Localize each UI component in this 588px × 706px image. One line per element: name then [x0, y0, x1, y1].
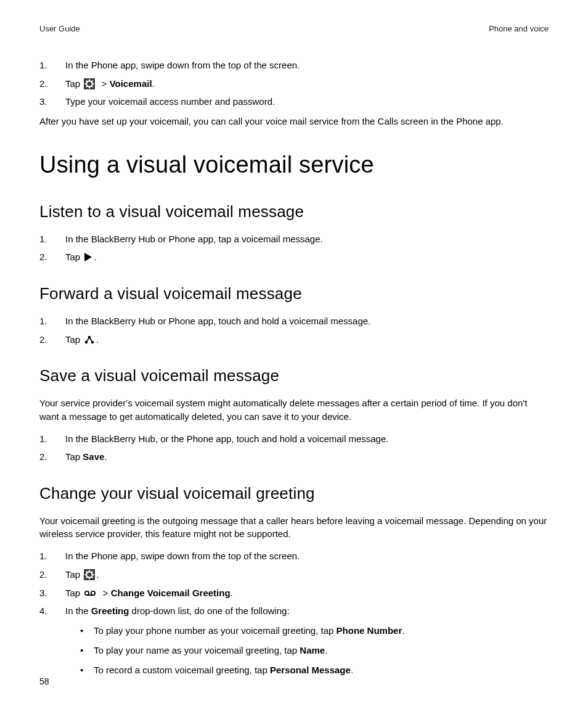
- bullet-item: To play your phone number as your voicem…: [79, 624, 549, 638]
- voicemail-tape-icon: [84, 590, 96, 596]
- change-bullets: To play your phone number as your voicem…: [39, 624, 549, 676]
- step-number: 1.: [39, 432, 65, 446]
- personal-message-label: Personal Message: [270, 665, 351, 675]
- svg-point-23: [85, 591, 89, 594]
- save-label: Save: [83, 451, 104, 462]
- svg-line-21: [92, 572, 93, 573]
- tap-label: Tap: [65, 334, 80, 345]
- svg-line-22: [86, 577, 88, 578]
- tap-label: Tap: [65, 78, 80, 89]
- svg-line-7: [92, 86, 93, 87]
- tap-label: Tap: [65, 569, 80, 580]
- intro-steps: 1. In the Phone app, swipe down from the…: [39, 59, 549, 109]
- header-left: User Guide: [39, 23, 80, 35]
- section-title-save: Save a visual voicemail message: [39, 364, 549, 388]
- voicemail-label: Voicemail: [110, 78, 152, 89]
- step-number: 1.: [39, 232, 65, 246]
- gear-icon: [84, 569, 95, 580]
- step-text: Tap .: [65, 568, 549, 581]
- period: .: [231, 588, 233, 598]
- pre-text: In the: [65, 605, 91, 616]
- name-label: Name: [300, 645, 325, 655]
- list-item: 1. In the BlackBerry Hub or Phone app, t…: [39, 232, 549, 246]
- page-number: 58: [39, 675, 49, 688]
- step-number: 2.: [39, 250, 65, 264]
- list-item: 3. Type your voicemail access number and…: [39, 95, 549, 109]
- list-item: 3. Tap > Change Voicemail Greeting.: [39, 586, 549, 600]
- greeting-label: Greeting: [91, 605, 129, 616]
- list-item: 2. Tap > Voicemail.: [39, 77, 549, 91]
- step-text: Tap .: [65, 333, 549, 347]
- step-text: Tap .: [65, 250, 549, 264]
- share-icon: [84, 335, 94, 344]
- list-item: 2. Tap .: [39, 568, 549, 581]
- step-text: In the BlackBerry Hub or Phone app, tap …: [65, 232, 549, 246]
- gt-sep: >: [103, 588, 108, 598]
- tap-label: Tap: [65, 451, 83, 462]
- period: .: [351, 665, 353, 675]
- page: User Guide Phone and voice 1. In the Pho…: [0, 0, 588, 706]
- period: .: [94, 252, 96, 262]
- step-number: 3.: [39, 586, 65, 600]
- step-text: In the BlackBerry Hub, or the Phone app,…: [65, 432, 549, 446]
- section-title-listen: Listen to a visual voicemail message: [39, 200, 549, 224]
- period: .: [96, 569, 99, 580]
- period: .: [325, 645, 327, 655]
- step-number: 3.: [39, 95, 65, 109]
- list-item: 1. In the Phone app, swipe down from the…: [39, 549, 549, 563]
- gt-sep: >: [102, 78, 107, 89]
- tap-label: Tap: [65, 588, 80, 598]
- svg-line-19: [86, 572, 88, 573]
- list-item: 1. In the Phone app, swipe down from the…: [39, 59, 549, 72]
- forward-steps: 1. In the BlackBerry Hub or Phone app, t…: [39, 314, 549, 347]
- page-title: Using a visual voicemail service: [39, 148, 549, 182]
- save-paragraph: Your service provider's voicemail system…: [39, 396, 549, 424]
- step-text: In the Phone app, swipe down from the to…: [65, 549, 549, 563]
- bullet-pre: To play your phone number as your voicem…: [94, 625, 337, 636]
- list-item: 4. In the Greeting drop-down list, do on…: [39, 604, 549, 618]
- list-item: 2. Tap .: [39, 333, 549, 347]
- tap-label: Tap: [65, 252, 80, 262]
- intro-paragraph: After you have set up your voicemail, yo…: [39, 115, 549, 128]
- svg-point-24: [91, 591, 95, 594]
- bullet-pre: To record a custom voicemail greeting, t…: [94, 665, 270, 675]
- bullet-pre: To play your name as your voicemail gree…: [94, 645, 300, 655]
- svg-line-20: [92, 577, 93, 578]
- gear-icon: [84, 78, 95, 89]
- step-text: Tap Save.: [65, 450, 549, 464]
- listen-steps: 1. In the BlackBerry Hub or Phone app, t…: [39, 232, 549, 265]
- change-greeting-label: Change Voicemail Greeting: [111, 588, 231, 598]
- step-text: In the Greeting drop-down list, do one o…: [65, 604, 549, 618]
- page-header: User Guide Phone and voice: [39, 23, 549, 35]
- step-number: 1.: [39, 314, 65, 328]
- step-text: In the Phone app, swipe down from the to…: [65, 59, 549, 72]
- step-text: In the BlackBerry Hub or Phone app, touc…: [65, 314, 549, 328]
- step-number: 2.: [39, 333, 65, 347]
- period: .: [96, 334, 99, 345]
- section-title-forward: Forward a visual voicemail message: [39, 282, 549, 306]
- change-paragraph: Your voicemail greeting is the outgoing …: [39, 514, 549, 541]
- phone-number-label: Phone Number: [337, 625, 402, 636]
- list-item: 2. Tap .: [39, 250, 549, 264]
- list-item: 1. In the BlackBerry Hub or Phone app, t…: [39, 314, 549, 328]
- step-text: Tap > Voicemail.: [65, 77, 549, 91]
- save-steps: 1. In the BlackBerry Hub, or the Phone a…: [39, 432, 549, 464]
- list-item: 2. Tap Save.: [39, 450, 549, 464]
- step-text: Type your voicemail access number and pa…: [65, 95, 549, 109]
- header-right: Phone and voice: [489, 23, 549, 35]
- period: .: [402, 625, 404, 636]
- step-number: 2.: [39, 568, 65, 581]
- step-number: 1.: [39, 59, 65, 72]
- period: .: [104, 451, 107, 462]
- svg-line-6: [86, 80, 88, 81]
- bullet-item: To play your name as your voicemail gree…: [79, 644, 549, 657]
- list-item: 1. In the BlackBerry Hub, or the Phone a…: [39, 432, 549, 446]
- section-title-change: Change your visual voicemail greeting: [39, 482, 549, 506]
- play-icon: [84, 253, 92, 261]
- step-number: 1.: [39, 549, 65, 563]
- period: .: [152, 78, 155, 89]
- svg-line-8: [92, 80, 93, 81]
- bullet-item: To record a custom voicemail greeting, t…: [79, 663, 549, 677]
- change-steps: 1. In the Phone app, swipe down from the…: [39, 549, 549, 618]
- svg-line-9: [86, 86, 88, 87]
